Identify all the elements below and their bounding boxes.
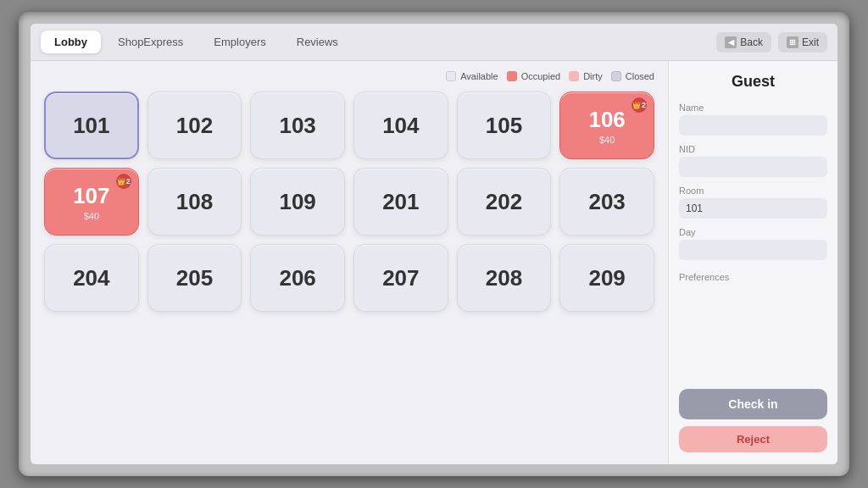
legend-dirty-label: Dirty [583, 71, 603, 81]
room-cell-201[interactable]: 201 [353, 168, 448, 236]
nid-input[interactable] [679, 157, 827, 177]
room-cell-102[interactable]: 102 [147, 92, 242, 159]
room-cell-105[interactable]: 105 [457, 92, 552, 159]
tab-shopexpress[interactable]: ShopExpress [104, 30, 197, 53]
rooms-grid: 101102103104105👑2106$40👑2107$40108109201… [44, 92, 654, 312]
room-number-104: 104 [382, 113, 419, 139]
room-price-106: $40 [599, 135, 615, 145]
exit-icon: ⊞ [787, 36, 798, 48]
room-number-106: 106 [588, 107, 625, 133]
name-label: Name [679, 103, 827, 113]
tab-lobby[interactable]: Lobby [41, 30, 101, 53]
back-button[interactable]: ◀ Back [716, 32, 771, 53]
room-cell-108[interactable]: 108 [147, 168, 242, 236]
day-field-group: Day [679, 227, 827, 260]
main-content: Available Occupied Dirty Closed [31, 61, 837, 464]
day-label: Day [679, 227, 827, 237]
room-badge-107: 👑2 [116, 174, 131, 189]
room-number-101: 101 [73, 113, 109, 139]
back-icon: ◀ [725, 36, 737, 48]
room-number-105: 105 [486, 113, 522, 139]
preferences-label: Preferences [679, 272, 827, 282]
room-cell-205[interactable]: 205 [147, 244, 242, 312]
name-input[interactable] [679, 115, 827, 136]
room-label: Room [679, 186, 827, 196]
room-number-209: 209 [588, 265, 625, 291]
legend-occupied-label: Occupied [521, 71, 560, 81]
legend-closed: Closed [611, 71, 654, 81]
room-number-107: 107 [73, 183, 109, 209]
legend-dirty: Dirty [569, 71, 603, 81]
room-number-202: 202 [486, 189, 522, 215]
room-cell-202[interactable]: 202 [457, 168, 552, 236]
room-number-208: 208 [486, 265, 522, 291]
nid-field-group: NID [679, 144, 827, 177]
guest-title: Guest [679, 73, 827, 91]
legend-dot-available [446, 71, 456, 81]
legend-dot-occupied [507, 71, 517, 81]
room-number-204: 204 [73, 265, 109, 291]
tab-employers[interactable]: Employers [200, 30, 279, 53]
room-cell-107[interactable]: 👑2107$40 [44, 168, 139, 236]
guest-panel: Guest Name NID Room 101 Day Pref [668, 61, 837, 464]
room-number-207: 207 [382, 265, 419, 291]
room-number-205: 205 [176, 265, 213, 291]
room-cell-203[interactable]: 203 [559, 168, 654, 236]
room-field-group: Room 101 [679, 186, 827, 219]
room-cell-209[interactable]: 209 [559, 244, 654, 312]
room-number-109: 109 [279, 189, 315, 215]
room-cell-206[interactable]: 206 [250, 244, 345, 312]
legend-occupied: Occupied [507, 71, 560, 81]
room-input[interactable]: 101 [679, 198, 827, 219]
nav-tabs: Lobby ShopExpress Employers Reviews [41, 30, 716, 53]
room-cell-104[interactable]: 104 [353, 92, 448, 159]
legend-available: Available [446, 71, 498, 81]
back-label: Back [740, 36, 763, 48]
room-cell-208[interactable]: 208 [457, 244, 552, 312]
legend-available-label: Available [460, 71, 498, 81]
checkin-button[interactable]: Check in [679, 389, 827, 419]
room-number-201: 201 [382, 189, 419, 215]
legend: Available Occupied Dirty Closed [44, 71, 654, 81]
room-cell-109[interactable]: 109 [250, 168, 345, 236]
room-cell-101[interactable]: 101 [44, 92, 139, 159]
exit-label: Exit [802, 36, 819, 48]
room-number-206: 206 [279, 265, 315, 291]
legend-closed-label: Closed [626, 71, 654, 81]
room-cell-207[interactable]: 207 [353, 244, 448, 312]
reject-button[interactable]: Reject [679, 426, 827, 452]
legend-dot-dirty [569, 71, 579, 81]
top-nav: Lobby ShopExpress Employers Reviews ◀ Ba… [31, 24, 837, 61]
monitor-frame: Lobby ShopExpress Employers Reviews ◀ Ba… [19, 12, 849, 476]
room-number-102: 102 [176, 113, 213, 139]
name-field-group: Name [679, 103, 827, 136]
screen: Lobby ShopExpress Employers Reviews ◀ Ba… [31, 24, 837, 464]
room-cell-204[interactable]: 204 [44, 244, 139, 312]
exit-button[interactable]: ⊞ Exit [778, 32, 827, 53]
legend-dot-closed [611, 71, 621, 81]
nid-label: NID [679, 144, 827, 154]
room-number-203: 203 [588, 189, 625, 215]
room-number-108: 108 [176, 189, 213, 215]
room-number-103: 103 [279, 113, 315, 139]
room-price-107: $40 [84, 211, 99, 221]
action-area: Check in Reject [679, 389, 827, 452]
room-cell-106[interactable]: 👑2106$40 [559, 92, 654, 159]
day-input[interactable] [679, 240, 827, 260]
tab-reviews[interactable]: Reviews [283, 30, 352, 53]
nav-actions: ◀ Back ⊞ Exit [716, 32, 827, 53]
room-badge-106: 👑2 [632, 97, 647, 113]
rooms-area: Available Occupied Dirty Closed [31, 61, 668, 464]
room-cell-103[interactable]: 103 [250, 92, 345, 159]
